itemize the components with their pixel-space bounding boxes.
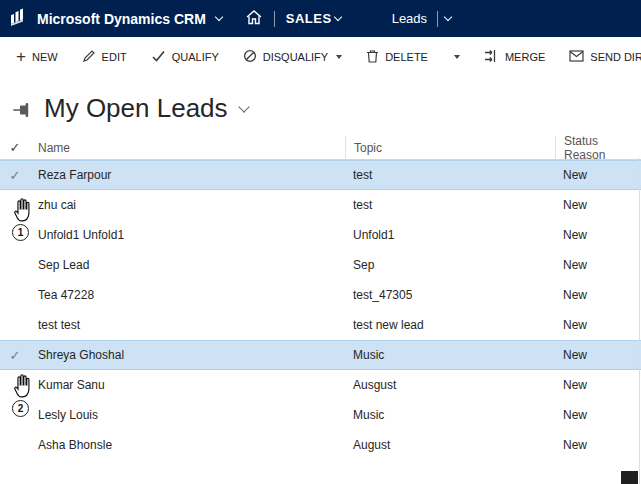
grid-right-border bbox=[639, 158, 640, 484]
row-checkbox[interactable]: ✓ bbox=[0, 280, 30, 310]
table-row[interactable]: ✓ Shreya Ghoshal Music New bbox=[0, 340, 641, 370]
merge-button[interactable]: MERGE bbox=[484, 49, 545, 65]
delete-more-button[interactable] bbox=[452, 55, 460, 59]
merge-icon bbox=[484, 49, 499, 65]
cell-status: New bbox=[555, 370, 641, 400]
cell-topic: August bbox=[345, 430, 555, 460]
row-checkbox[interactable]: ✓ bbox=[0, 400, 30, 430]
row-checkbox[interactable]: ✓ bbox=[0, 220, 30, 250]
column-header-status[interactable]: Status Reason bbox=[555, 136, 641, 159]
cell-status: New bbox=[555, 190, 641, 220]
row-checkbox[interactable]: ✓ bbox=[0, 161, 30, 189]
cell-name[interactable]: test test bbox=[30, 310, 345, 340]
table-row[interactable]: ✓ Tea 47228 test_47305 New bbox=[0, 280, 641, 310]
delete-button[interactable]: DELETE bbox=[366, 49, 428, 65]
envelope-icon bbox=[569, 50, 584, 64]
view-header: My Open Leads bbox=[0, 77, 641, 136]
table-row[interactable]: ✓ Unfold1 Unfold1 Unfold1 New bbox=[0, 220, 641, 250]
cell-name[interactable]: Kumar Sanu bbox=[30, 370, 345, 400]
nav-area-sales[interactable]: SALES bbox=[286, 11, 343, 26]
row-checkbox[interactable]: ✓ bbox=[0, 250, 30, 280]
row-checkbox[interactable]: ✓ bbox=[0, 310, 30, 340]
new-button[interactable]: + NEW bbox=[16, 50, 58, 65]
cell-status: New bbox=[555, 341, 641, 369]
cell-topic: test bbox=[345, 190, 555, 220]
home-icon[interactable] bbox=[245, 8, 263, 30]
table-row[interactable]: ✓ Asha Bhonsle August New bbox=[0, 430, 641, 460]
disqualify-icon bbox=[243, 49, 257, 65]
table-row[interactable]: ✓ Reza Farpour test New bbox=[0, 160, 641, 190]
dropdown-caret-icon bbox=[336, 55, 342, 59]
scrollbar-thumb[interactable] bbox=[621, 471, 638, 484]
table-row[interactable]: ✓ Kumar Sanu Ausgust New bbox=[0, 370, 641, 400]
edit-button[interactable]: EDIT bbox=[82, 49, 127, 65]
cell-topic: test bbox=[345, 161, 555, 189]
dynamics-logo-icon bbox=[8, 7, 28, 31]
cell-name[interactable]: zhu cai bbox=[30, 190, 345, 220]
cell-status: New bbox=[555, 280, 641, 310]
nav-separator bbox=[274, 11, 275, 27]
qualify-button[interactable]: QUALIFY bbox=[151, 49, 219, 65]
nav-separator bbox=[437, 11, 438, 27]
plus-icon: + bbox=[16, 48, 26, 65]
cell-status: New bbox=[555, 430, 641, 460]
cell-name[interactable]: Shreya Ghoshal bbox=[30, 341, 345, 369]
pencil-icon bbox=[82, 49, 96, 65]
cell-topic: Unfold1 bbox=[345, 220, 555, 250]
view-selector-chevron-icon[interactable] bbox=[238, 101, 249, 112]
chevron-down-icon bbox=[333, 13, 341, 21]
cell-status: New bbox=[555, 161, 641, 189]
row-checkbox[interactable]: ✓ bbox=[0, 190, 30, 220]
dropdown-caret-icon bbox=[454, 55, 460, 59]
check-icon: ✓ bbox=[10, 140, 21, 155]
cell-status: New bbox=[555, 220, 641, 250]
cell-topic: Music bbox=[345, 400, 555, 430]
row-check-icon: ✓ bbox=[10, 168, 21, 183]
cell-topic: test_47305 bbox=[345, 280, 555, 310]
row-check-icon: ✓ bbox=[10, 348, 21, 363]
select-all-checkbox[interactable]: ✓ bbox=[0, 136, 30, 159]
nav-entity-leads[interactable]: Leads bbox=[392, 11, 453, 27]
cell-name[interactable]: Lesly Louis bbox=[30, 400, 345, 430]
cell-name[interactable]: Unfold1 Unfold1 bbox=[30, 220, 345, 250]
grid-body: ✓ Reza Farpour test New ✓ zhu cai test N… bbox=[0, 160, 641, 460]
row-checkbox[interactable]: ✓ bbox=[0, 370, 30, 400]
page-title: My Open Leads bbox=[44, 93, 228, 124]
cell-status: New bbox=[555, 310, 641, 340]
trash-icon bbox=[366, 49, 379, 65]
cell-topic: Sep bbox=[345, 250, 555, 280]
table-row[interactable]: ✓ Sep Lead Sep New bbox=[0, 250, 641, 280]
cell-status: New bbox=[555, 400, 641, 430]
cell-topic: Ausgust bbox=[345, 370, 555, 400]
cell-name[interactable]: Asha Bhonsle bbox=[30, 430, 345, 460]
cell-name[interactable]: Sep Lead bbox=[30, 250, 345, 280]
command-bar: + NEW EDIT QUALIFY DISQUALIFY bbox=[0, 37, 641, 77]
cell-status: New bbox=[555, 250, 641, 280]
row-checkbox[interactable]: ✓ bbox=[0, 430, 30, 460]
leads-grid: ✓ Name Topic Status Reason ✓ Reza Farpou… bbox=[0, 136, 641, 460]
qualify-check-icon bbox=[151, 49, 166, 65]
chevron-down-icon[interactable] bbox=[215, 13, 223, 21]
app-title[interactable]: Microsoft Dynamics CRM bbox=[37, 11, 206, 27]
row-checkbox[interactable]: ✓ bbox=[0, 341, 30, 369]
chevron-down-icon bbox=[444, 13, 452, 21]
disqualify-button[interactable]: DISQUALIFY bbox=[243, 49, 342, 65]
table-row[interactable]: ✓ zhu cai test New bbox=[0, 190, 641, 220]
cell-topic: Music bbox=[345, 341, 555, 369]
cell-topic: test new lead bbox=[345, 310, 555, 340]
cell-name[interactable]: Tea 47228 bbox=[30, 280, 345, 310]
column-header-topic[interactable]: Topic bbox=[345, 136, 555, 159]
top-navigation-bar: Microsoft Dynamics CRM SALES Leads bbox=[0, 0, 641, 37]
table-row[interactable]: ✓ test test test new lead New bbox=[0, 310, 641, 340]
column-header-name[interactable]: Name bbox=[30, 136, 345, 159]
grid-header-row: ✓ Name Topic Status Reason bbox=[0, 136, 641, 160]
send-direct-email-button[interactable]: SEND DIRECT EMAIL bbox=[569, 50, 641, 64]
table-row[interactable]: ✓ Lesly Louis Music New bbox=[0, 400, 641, 430]
pin-icon[interactable] bbox=[12, 97, 32, 121]
cell-name[interactable]: Reza Farpour bbox=[30, 161, 345, 189]
